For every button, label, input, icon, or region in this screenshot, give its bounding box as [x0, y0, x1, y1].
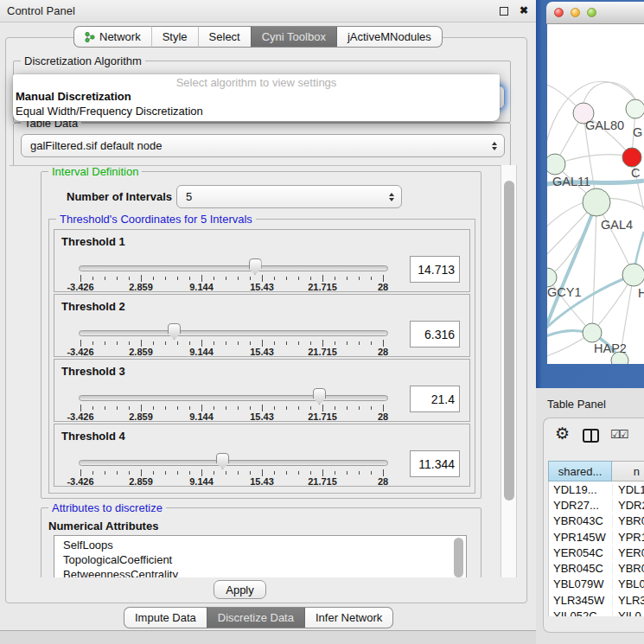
thresholds-coordinates-group: Threshold's Coordinates for 5 Intervals … [48, 219, 475, 494]
table-data-select[interactable]: galFiltered.sif default node [21, 134, 505, 157]
threshold-value-field[interactable]: 14.713 [410, 256, 460, 283]
minor-tick [226, 341, 226, 345]
zoom-traffic-light-icon[interactable] [587, 8, 596, 17]
tab-network[interactable]: Network [73, 26, 151, 48]
table-row[interactable]: YBR045CYBR0 [549, 560, 644, 576]
tick-label: 21.715 [308, 411, 337, 422]
cell-name[interactable]: YDR2 [613, 499, 644, 512]
bottom-tab-bar: Impute DataDiscretize DataInfer Network [124, 607, 393, 628]
tab-select[interactable]: Select [198, 26, 251, 48]
threshold-value-field[interactable]: 6.316 [410, 321, 460, 348]
column-header-n[interactable]: n [612, 461, 644, 481]
slider-track[interactable] [79, 330, 388, 336]
cell-shared-name[interactable]: YDL19... [549, 483, 613, 496]
slider-thumb[interactable] [168, 323, 181, 340]
major-tick [201, 340, 202, 347]
scrollbar-thumb[interactable] [504, 181, 514, 501]
cell-name[interactable]: YPR1 [613, 531, 644, 544]
tab-style[interactable]: Style [151, 26, 198, 48]
major-tick [141, 469, 142, 476]
cell-name[interactable]: YBR0 [613, 514, 644, 527]
select-columns-checkbox-icons[interactable]: ☑☑ [610, 428, 627, 441]
slider-thumb[interactable] [313, 388, 326, 405]
dropdown-item-manual-discretization[interactable]: Manual Discretization [13, 89, 500, 104]
cell-shared-name[interactable]: YBL079W [549, 577, 613, 590]
cell-shared-name[interactable]: YBR043C [549, 514, 613, 527]
close-window-icon[interactable]: ✖ [520, 4, 528, 16]
tab-infer-network[interactable]: Infer Network [304, 607, 393, 628]
slider-track[interactable] [79, 395, 388, 401]
major-tick [80, 469, 81, 476]
slider-track[interactable] [79, 460, 388, 466]
cell-name[interactable]: YER0 [613, 546, 644, 559]
cell-shared-name[interactable]: YER054C [549, 546, 613, 559]
tab-jactivemnodules[interactable]: jActiveMNodules [336, 26, 443, 48]
network-node-g[interactable] [626, 99, 644, 118]
attribute-item-betweennesscentrality[interactable]: BetweennessCentrality [54, 567, 466, 577]
node-label-h: H [638, 286, 644, 300]
table-row[interactable]: YBR043CYBR0 [549, 513, 644, 529]
attributes-list-scrollbar[interactable] [454, 538, 463, 577]
cell-shared-name[interactable]: YLR345W [549, 594, 613, 607]
minor-tick [92, 277, 93, 280]
table-row[interactable]: YDL19...YDL1 [549, 481, 644, 497]
major-tick [262, 275, 263, 282]
table-row[interactable]: YPR145WYPR1 [549, 529, 644, 545]
cell-name[interactable]: YBL0 [613, 577, 644, 590]
cell-shared-name[interactable]: YBR045C [549, 562, 613, 575]
cell-shared-name[interactable]: YIL052C [549, 609, 613, 616]
minor-tick [274, 341, 275, 345]
vertical-scrollbar[interactable] [501, 165, 517, 577]
cell-name[interactable]: YLR3 [613, 594, 644, 607]
tab-impute-data[interactable]: Impute Data [124, 607, 207, 628]
network-node-c[interactable] [622, 148, 641, 167]
major-tick [322, 469, 323, 476]
minor-tick [359, 341, 360, 345]
network-node-gal11[interactable] [547, 154, 565, 175]
minor-tick [347, 406, 348, 410]
table-settings-gear-icon[interactable]: ⚙ [555, 425, 570, 443]
slider-thumb[interactable] [249, 258, 262, 275]
tab-discretize-data[interactable]: Discretize Data [207, 607, 304, 628]
minor-tick [189, 277, 190, 280]
minimize-traffic-light-icon[interactable] [571, 8, 580, 17]
slider-thumb[interactable] [216, 453, 229, 469]
tab-cyni-toolbox[interactable]: Cyni Toolbox [251, 26, 336, 48]
tick-label: 9.144 [189, 282, 214, 292]
network-node-gal4[interactable] [583, 188, 610, 216]
numerical-attributes-list[interactable]: SelfLoopsTopologicalCoefficientBetweenne… [54, 535, 467, 577]
dropdown-item-equal-width-frequency-discretization[interactable]: Equal Width/Frequency Discretization [13, 104, 500, 118]
tick-label: 2.859 [129, 411, 153, 422]
attribute-item-topologicalcoefficient[interactable]: TopologicalCoefficient [54, 552, 466, 567]
threshold-value-field[interactable]: 21.4 [410, 386, 460, 412]
apply-button[interactable]: Apply [214, 580, 266, 599]
table-row[interactable]: YIL052CYIL0 [549, 608, 644, 616]
attribute-item-selfloops[interactable]: SelfLoops [54, 536, 466, 552]
threshold-value-field[interactable]: 11.344 [410, 450, 460, 477]
table-row[interactable]: YER054CYER0 [549, 545, 644, 560]
network-window-titlebar[interactable] [546, 2, 644, 24]
slider-track[interactable] [79, 265, 388, 271]
major-tick [383, 469, 384, 476]
cell-shared-name[interactable]: YPR145W [549, 531, 613, 544]
table-row[interactable]: YDR27...YDR2 [549, 497, 644, 513]
network-canvas[interactable]: GAL80GCGAL11GAL4GCY1HHAP2 [547, 24, 644, 364]
number-of-intervals-select[interactable]: 5 [176, 185, 402, 208]
float-window-icon[interactable] [500, 7, 508, 16]
close-traffic-light-icon[interactable] [554, 8, 564, 17]
network-node-h[interactable] [622, 264, 644, 286]
node-label-c: C [631, 166, 640, 180]
cell-name[interactable]: YBR0 [613, 562, 644, 575]
column-header-shared[interactable]: shared... [548, 461, 612, 481]
table-row[interactable]: YLR345WYLR3 [549, 592, 644, 608]
cell-name[interactable]: YIL0 [613, 609, 644, 616]
minor-tick [117, 277, 118, 280]
major-tick [322, 275, 323, 282]
table-row[interactable]: YBL079WYBL0 [549, 577, 644, 592]
minor-tick [165, 471, 166, 475]
network-node-hap2[interactable] [583, 323, 602, 342]
column-layout-icon[interactable] [583, 429, 599, 443]
minor-tick [189, 406, 190, 410]
cell-shared-name[interactable]: YDR27... [549, 499, 613, 512]
cell-name[interactable]: YDL1 [613, 483, 644, 496]
